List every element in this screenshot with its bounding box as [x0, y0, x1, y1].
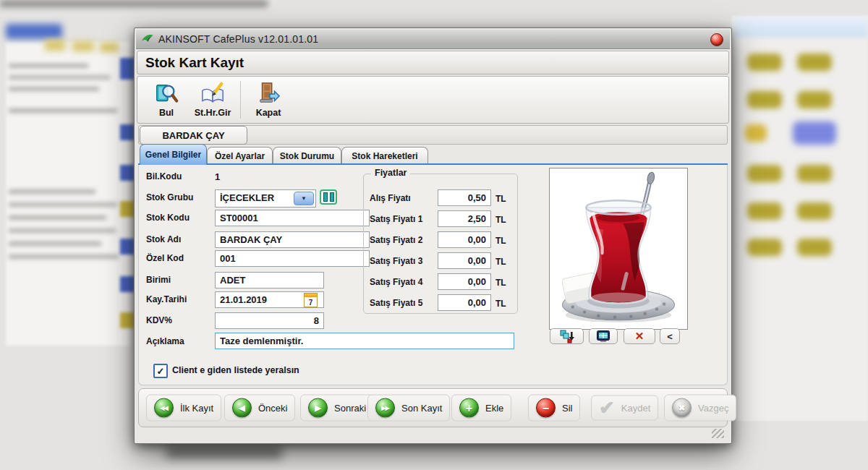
background-table-button [747, 165, 782, 182]
prices-group-title: Fiyatlar [371, 168, 410, 178]
prices-group: Fiyatlar Alış Fiyatı TL Satış Fiyatı 1 T… [363, 174, 518, 314]
chevron-down-icon[interactable]: ▼ [294, 192, 314, 205]
background-text-line [9, 75, 110, 80]
load-image-button[interactable] [550, 328, 584, 344]
currency-label: TL [495, 299, 506, 309]
tab-stok-hareketleri[interactable]: Stok Hareketleri [341, 147, 428, 165]
monitor-grid-icon [596, 330, 610, 343]
cancel-record-button[interactable]: ✖ Vazgeç [664, 395, 736, 422]
stock-movement-entry-label: St.Hr.Gir [195, 108, 231, 118]
background-blue-bar [6, 24, 62, 39]
satis-fiyati-5-input[interactable] [438, 294, 491, 311]
currency-label: TL [495, 257, 506, 267]
birimi-label: Birimi [146, 275, 171, 285]
search-card-icon [154, 82, 179, 106]
tea-glass-image [552, 171, 685, 327]
tab-underline [138, 163, 728, 165]
background-yellow-chip [45, 40, 65, 51]
calendar-icon[interactable]: 7 [304, 293, 318, 307]
stok-kodu-input[interactable] [215, 210, 370, 226]
close-window-button[interactable]: Kapat [245, 77, 292, 123]
add-record-icon: + [459, 398, 479, 418]
door-exit-icon [256, 82, 281, 106]
stok-grubu-select[interactable]: İÇECEKLER ▼ [215, 189, 316, 208]
currency-label: TL [495, 236, 506, 246]
background-text-line [9, 228, 116, 233]
view-image-button[interactable] [589, 328, 618, 344]
satis-fiyati-1-input[interactable] [438, 210, 491, 227]
calendar-day: 7 [309, 299, 313, 307]
product-photo [549, 168, 688, 330]
background-icon [120, 239, 135, 255]
next-record-button[interactable]: ▶ Sonraki [300, 395, 374, 422]
stock-movement-entry-button[interactable]: St.Hr.Gir [190, 77, 236, 123]
stok-adi-input[interactable] [215, 231, 370, 248]
client-list-checkbox-label: Client e giden listede yeralsın [172, 365, 299, 375]
background-smudge [0, 0, 268, 7]
record-navigation-bar: ◀◀ İlk Kayıt ◀ Önceki ▶ Sonraki ▶▶ Son K… [138, 388, 728, 427]
background-table-button [797, 54, 832, 71]
background-icon [120, 201, 135, 217]
birimi-input[interactable] [215, 272, 324, 289]
background-table-button-active [793, 121, 836, 145]
page-title: Stok Kart Kayıt [145, 55, 244, 71]
close-icon[interactable] [710, 33, 723, 46]
tab-ozel-ayarlar[interactable]: Özel Ayarlar [207, 147, 273, 165]
ozel-kod-label: Özel Kod [146, 253, 184, 263]
stock-group-list-button[interactable] [320, 189, 337, 205]
background-table-button [797, 91, 832, 108]
background-table-button [745, 124, 767, 142]
last-record-button[interactable]: ▶▶ Son Kayıt [367, 395, 450, 422]
previous-record-button[interactable]: ◀ Önceki [224, 395, 295, 422]
currency-label: TL [495, 278, 506, 288]
prev-image-button[interactable]: < [660, 328, 680, 344]
window-titlebar[interactable]: AKINSOFT CafePlus v12.01.01.01 [136, 30, 730, 49]
background-yellow-chip [100, 43, 119, 52]
cancel-x-icon: ✖ [672, 398, 692, 418]
stok-adi-label: Stok Adı [146, 234, 181, 244]
load-image-icon [560, 330, 574, 343]
tab-stok-durumu[interactable]: Stok Durumu [273, 147, 341, 165]
tab-genel-bilgiler[interactable]: Genel Bilgiler [140, 144, 207, 165]
record-title-button[interactable]: BARDAK ÇAY [140, 126, 247, 145]
resize-grip[interactable] [712, 429, 724, 438]
find-button-label: Bul [159, 108, 174, 118]
background-text-line [9, 189, 95, 194]
satis-fiyati-1-label: Satış Fiyatı 1 [370, 214, 422, 224]
satis-fiyati-3-input[interactable] [438, 252, 491, 269]
close-window-label: Kapat [256, 108, 281, 118]
background-table-button [797, 239, 832, 256]
background-table-button [747, 202, 782, 220]
kdv-input[interactable] [215, 312, 324, 329]
satis-fiyati-5-label: Satış Fiyatı 5 [370, 298, 422, 308]
background-icon [120, 312, 135, 328]
window-title: AKINSOFT CafePlus v12.01.01.01 [158, 33, 318, 45]
satis-fiyati-2-input[interactable] [438, 231, 491, 248]
background-yellow-chip [72, 41, 94, 51]
aciklama-input[interactable] [215, 333, 514, 349]
background-text-line [9, 215, 106, 220]
find-button[interactable]: Bul [143, 77, 190, 123]
first-record-icon: ◀◀ [154, 398, 174, 418]
stok-grubu-label: Stok Grubu [146, 192, 193, 202]
save-record-button[interactable]: ✔ Kaydet [591, 396, 658, 421]
background-icon [120, 124, 135, 140]
client-list-checkbox[interactable]: ✓ [153, 364, 168, 378]
background-text-line [9, 202, 117, 207]
delete-image-button[interactable]: ✕ [624, 328, 655, 344]
background-icon [120, 276, 135, 292]
akinsoft-logo-icon [141, 33, 154, 45]
first-record-button[interactable]: ◀◀ İlk Kayıt [146, 395, 221, 422]
background-icon [120, 165, 135, 181]
last-record-icon: ▶▶ [375, 398, 395, 418]
add-record-button[interactable]: + Ekle [451, 395, 511, 422]
next-record-icon: ▶ [308, 398, 328, 418]
toolbar: Bul St.Hr.Gir [137, 76, 729, 124]
ozel-kod-input[interactable] [215, 250, 370, 267]
satis-fiyati-4-input[interactable] [438, 273, 491, 290]
alis-fiyati-input[interactable] [438, 189, 491, 206]
delete-record-button[interactable]: − Sil [528, 395, 580, 422]
list-bars-icon [323, 192, 328, 202]
currency-label: TL [495, 215, 506, 225]
less-than-icon: < [667, 331, 673, 342]
